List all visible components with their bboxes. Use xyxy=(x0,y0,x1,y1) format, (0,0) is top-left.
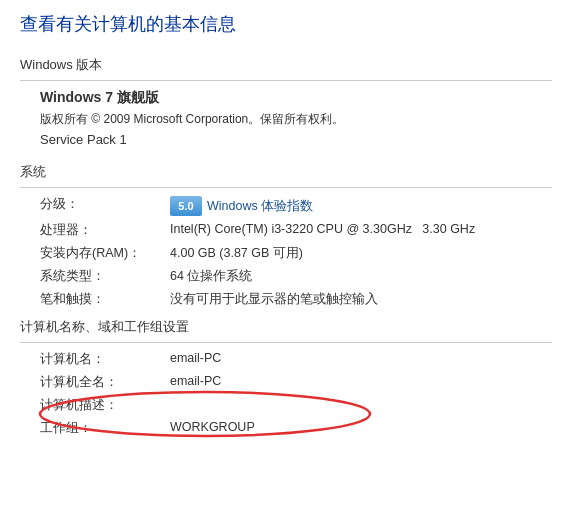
full-name-label: 计算机全名： xyxy=(40,374,170,391)
processor-label: 处理器： xyxy=(40,222,170,239)
workgroup-row: 工作组： WORKGROUP xyxy=(40,420,552,437)
computer-name-value: email-PC xyxy=(170,351,552,365)
system-divider xyxy=(20,187,552,188)
rating-row: 分级： 5.0 Windows 体验指数 xyxy=(40,196,552,216)
pen-touch-label: 笔和触摸： xyxy=(40,291,170,308)
computer-name-row: 计算机名： email-PC xyxy=(40,351,552,368)
rating-value: 5.0 Windows 体验指数 xyxy=(170,196,552,216)
ram-row: 安装内存(RAM)： 4.00 GB (3.87 GB 可用) xyxy=(40,245,552,262)
computer-section: 计算机名称、域和工作组设置 计算机名： email-PC 计算机全名： emai… xyxy=(20,318,552,437)
experience-badge[interactable]: 5.0 xyxy=(170,196,202,216)
windows-section: Windows 版本 Windows 7 旗舰版 版权所有 © 2009 Mic… xyxy=(20,56,552,147)
full-name-row: 计算机全名： email-PC xyxy=(40,374,552,391)
experience-link[interactable]: Windows 体验指数 xyxy=(207,198,313,215)
windows-version: Windows 7 旗舰版 xyxy=(40,89,552,107)
processor-value: Intel(R) Core(TM) i3-3220 CPU @ 3.30GHz … xyxy=(170,222,552,236)
system-type-value: 64 位操作系统 xyxy=(170,268,552,285)
system-section-header: 系统 xyxy=(20,163,552,181)
description-row: 计算机描述： xyxy=(40,397,552,414)
rating-label: 分级： xyxy=(40,196,170,213)
service-pack: Service Pack 1 xyxy=(40,132,552,147)
system-section: 系统 分级： 5.0 Windows 体验指数 处理器： Intel(R) Co… xyxy=(20,163,552,308)
workgroup-value: WORKGROUP xyxy=(170,420,552,434)
windows-section-header: Windows 版本 xyxy=(20,56,552,74)
system-section-content: 分级： 5.0 Windows 体验指数 处理器： Intel(R) Core(… xyxy=(40,196,552,308)
page-title: 查看有关计算机的基本信息 xyxy=(20,12,552,40)
pen-touch-value: 没有可用于此显示器的笔或触控输入 xyxy=(170,291,552,308)
computer-divider xyxy=(20,342,552,343)
system-type-row: 系统类型： 64 位操作系统 xyxy=(40,268,552,285)
windows-divider xyxy=(20,80,552,81)
windows-section-content: Windows 7 旗舰版 版权所有 © 2009 Microsoft Corp… xyxy=(40,89,552,147)
computer-name-label: 计算机名： xyxy=(40,351,170,368)
description-label: 计算机描述： xyxy=(40,397,170,414)
ram-label: 安装内存(RAM)： xyxy=(40,245,170,262)
pen-touch-row: 笔和触摸： 没有可用于此显示器的笔或触控输入 xyxy=(40,291,552,308)
workgroup-label: 工作组： xyxy=(40,420,170,437)
ram-value: 4.00 GB (3.87 GB 可用) xyxy=(170,245,552,262)
copyright-text: 版权所有 © 2009 Microsoft Corporation。保留所有权利… xyxy=(40,111,552,128)
processor-row: 处理器： Intel(R) Core(TM) i3-3220 CPU @ 3.3… xyxy=(40,222,552,239)
computer-section-header: 计算机名称、域和工作组设置 xyxy=(20,318,552,336)
full-name-value: email-PC xyxy=(170,374,552,388)
main-container: 查看有关计算机的基本信息 Windows 版本 Windows 7 旗舰版 版权… xyxy=(0,0,572,517)
computer-section-content: 计算机名： email-PC 计算机全名： email-PC 计算机描述： 工作… xyxy=(40,351,552,437)
system-type-label: 系统类型： xyxy=(40,268,170,285)
